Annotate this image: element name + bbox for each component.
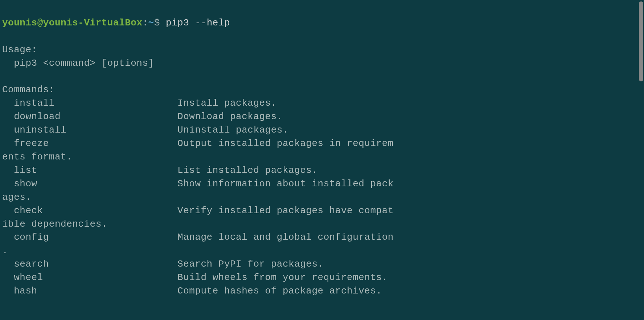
command-line-3: freeze Output installed packages in requ…	[2, 138, 394, 149]
command-line-0: install Install packages.	[2, 98, 277, 109]
command-line-10: config Manage local and global configura…	[2, 232, 394, 243]
command-line-6: show Show information about installed pa…	[2, 178, 394, 189]
command-line-14: hash Compute hashes of package archives.	[2, 285, 382, 296]
command-line-1: download Download packages.	[2, 111, 283, 122]
command-input: pip3 --help	[160, 17, 230, 28]
terminal-window[interactable]: younis@younis-VirtualBox:~$ pip3 --help …	[0, 0, 644, 301]
scrollbar-thumb[interactable]	[639, 1, 643, 81]
command-line-4: ents format.	[2, 151, 72, 162]
command-line-5: list List installed packages.	[2, 165, 318, 176]
prompt-at: @	[37, 17, 43, 28]
command-line-8: check Verify installed packages have com…	[2, 205, 394, 216]
command-line-11: .	[2, 245, 8, 256]
command-line-9: ible dependencies.	[2, 219, 107, 230]
prompt-path: ~	[148, 17, 154, 28]
prompt-dollar: $	[154, 17, 160, 28]
usage-line: pip3 <command> [options]	[2, 58, 154, 69]
prompt-line: younis@younis-VirtualBox:~$ pip3 --help	[2, 17, 230, 28]
prompt-colon: :	[142, 17, 148, 28]
usage-header: Usage:	[2, 44, 37, 55]
commands-header: Commands:	[2, 84, 55, 95]
command-line-7: ages.	[2, 192, 32, 203]
prompt-host: younis-VirtualBox	[43, 17, 143, 28]
command-line-2: uninstall Uninstall packages.	[2, 125, 288, 135]
prompt-user: younis	[2, 17, 37, 28]
command-line-13: wheel Build wheels from your requirement…	[2, 272, 388, 283]
command-line-12: search Search PyPI for packages.	[2, 259, 324, 270]
